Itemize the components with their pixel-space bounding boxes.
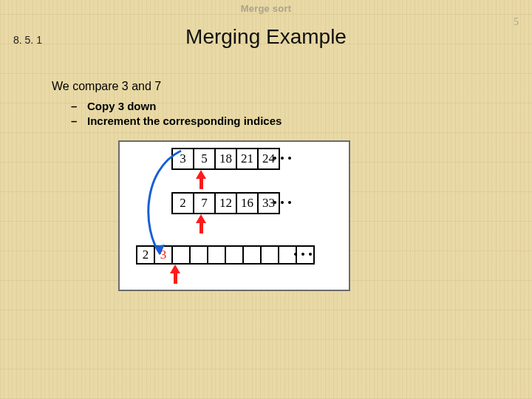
cell: 12 [214, 192, 237, 214]
bullet-text: Copy 3 down [87, 99, 156, 114]
slide-topic: Merge sort [0, 3, 532, 14]
pointer-a-arrow-icon [196, 170, 206, 189]
copy-curve-icon [134, 148, 194, 262]
pointer-b-arrow-icon [196, 214, 206, 233]
cell: 7 [193, 192, 216, 214]
cell: 21 [236, 148, 259, 170]
slide-title: Merging Example [0, 25, 532, 49]
bullet-item: – Copy 3 down [71, 99, 502, 114]
cell: 5 [193, 148, 216, 170]
cell: 18 [214, 148, 237, 170]
ellipsis-icon [273, 157, 291, 160]
bullet-text: Increment the corresponding indices [87, 114, 282, 129]
bullet-dash-icon: – [71, 99, 80, 114]
cell [225, 245, 244, 265]
cell [260, 245, 279, 265]
cell: 16 [236, 192, 259, 214]
bullet-list: – Copy 3 down – Increment the correspond… [71, 99, 502, 129]
bullet-item: – Increment the corresponding indices [71, 114, 502, 129]
cell [207, 245, 226, 265]
bullet-dash-icon: – [71, 114, 80, 129]
ellipsis-icon [273, 201, 291, 204]
cell [242, 245, 262, 265]
slide-body: We compare 3 and 7 – Copy 3 down – Incre… [52, 80, 502, 129]
pointer-merged-arrow-icon [170, 265, 180, 284]
merge-diagram: 3 5 18 21 24 2 7 12 16 33 2 3 [118, 140, 350, 291]
lead-text: We compare 3 and 7 [52, 80, 502, 93]
ellipsis-icon [294, 253, 312, 256]
